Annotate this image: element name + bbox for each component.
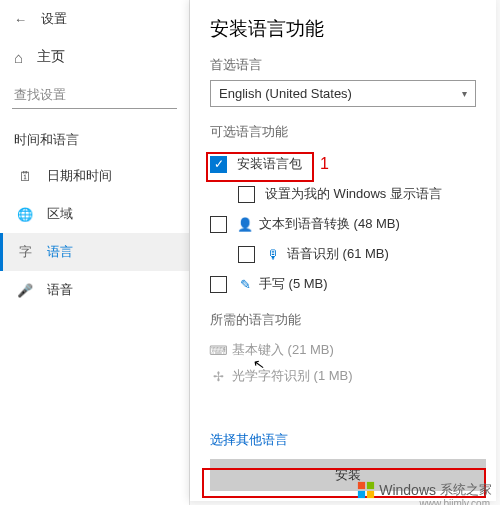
choose-other-language-link[interactable]: 选择其他语言 — [210, 425, 476, 459]
chevron-down-icon: ▾ — [462, 88, 467, 99]
option-language-pack[interactable]: ✓ 安装语言包 — [210, 149, 476, 179]
required-basic-typing: ⌨ 基本键入 (21 MB) — [210, 337, 476, 363]
option-tts[interactable]: 👤 文本到语音转换 (48 MB) — [210, 209, 476, 239]
watermark-url: www.bjjmlv.com — [420, 498, 490, 505]
speech-icon: 🎙 — [265, 247, 281, 262]
back-icon[interactable]: ← — [14, 12, 27, 27]
panel-title: 安装语言功能 — [210, 16, 476, 42]
section-header: 时间和语言 — [0, 123, 189, 157]
required-label: 基本键入 (21 MB) — [232, 341, 334, 359]
required-features-label: 所需的语言功能 — [210, 311, 476, 329]
required-label: 光学字符识别 (1 MB) — [232, 367, 353, 385]
sidebar-item-datetime[interactable]: 🗓 日期和时间 — [0, 157, 189, 195]
ocr-icon: ✢ — [210, 369, 226, 384]
nav-label: 语音 — [47, 281, 73, 299]
option-display-language[interactable]: 设置为我的 Windows 显示语言 — [238, 179, 476, 209]
calendar-icon: 🗓 — [17, 169, 33, 184]
home-nav[interactable]: ⌂ 主页 — [0, 38, 189, 76]
keyboard-icon: ⌨ — [210, 343, 226, 358]
home-icon: ⌂ — [14, 49, 23, 66]
window-header: ← 设置 — [0, 0, 189, 38]
sidebar-item-speech[interactable]: 🎤 语音 — [0, 271, 189, 309]
required-ocr: ✢ 光学字符识别 (1 MB) — [210, 363, 476, 389]
option-label: 语音识别 (61 MB) — [287, 245, 389, 263]
option-label: 手写 (5 MB) — [259, 275, 328, 293]
option-label: 文本到语音转换 (48 MB) — [259, 215, 400, 233]
pen-icon: ✎ — [237, 277, 253, 292]
nav-label: 日期和时间 — [47, 167, 112, 185]
checkbox-icon[interactable]: ✓ — [210, 156, 227, 173]
window-title: 设置 — [41, 10, 67, 28]
nav-label: 区域 — [47, 205, 73, 223]
sidebar-item-language[interactable]: 字 语言 — [0, 233, 189, 271]
language-dropdown[interactable]: English (United States) ▾ — [210, 80, 476, 107]
dropdown-value: English (United States) — [219, 86, 352, 101]
optional-features-label: 可选语言功能 — [210, 123, 476, 141]
option-handwriting[interactable]: ✎ 手写 (5 MB) — [210, 269, 476, 299]
option-label: 设置为我的 Windows 显示语言 — [265, 185, 442, 203]
checkbox-icon[interactable] — [238, 246, 255, 263]
sidebar-item-region[interactable]: 🌐 区域 — [0, 195, 189, 233]
settings-sidebar: ← 设置 ⌂ 主页 查找设置 时间和语言 🗓 日期和时间 🌐 区域 字 语言 🎤… — [0, 0, 190, 505]
install-language-panel: 安装语言功能 首选语言 English (United States) ▾ 可选… — [190, 0, 496, 501]
home-label: 主页 — [37, 48, 65, 66]
mic-icon: 🎤 — [17, 283, 33, 298]
preferred-language-label: 首选语言 — [210, 56, 476, 74]
option-label: 安装语言包 — [237, 155, 302, 173]
option-speech-recognition[interactable]: 🎙 语音识别 (61 MB) — [238, 239, 476, 269]
globe-icon: 🌐 — [17, 207, 33, 222]
language-icon: 字 — [17, 243, 33, 261]
install-button[interactable]: 安装 — [210, 459, 486, 491]
search-input[interactable]: 查找设置 — [12, 82, 177, 109]
checkbox-icon[interactable] — [238, 186, 255, 203]
nav-label: 语言 — [47, 243, 73, 261]
tts-icon: 👤 — [237, 217, 253, 232]
checkbox-icon[interactable] — [210, 276, 227, 293]
checkbox-icon[interactable] — [210, 216, 227, 233]
